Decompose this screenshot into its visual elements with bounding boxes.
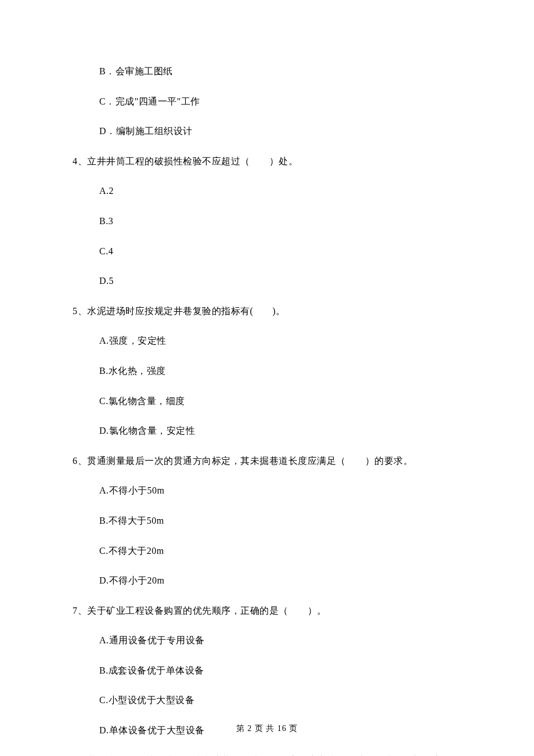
- q8-stem: 8、巷道竣工验收时，对于锚喷支护巷道，喷射混凝土厚度应达到设计的要求，局部厚度不…: [73, 753, 461, 756]
- q6-option-a: A.不得小于50m: [73, 483, 461, 498]
- q4-option-b: B.3: [73, 214, 461, 229]
- q3-option-d: D．编制施工组织设计: [73, 124, 461, 139]
- q5-option-d: D.氯化物含量，安定性: [73, 423, 461, 438]
- q7-option-b: B.成套设备优于单体设备: [73, 663, 461, 678]
- page-footer: 第 2 页 共 16 页: [0, 722, 534, 735]
- q5-option-a: A.强度，安定性: [73, 333, 461, 348]
- q4-option-a: A.2: [73, 183, 461, 199]
- q7-option-a: A.通用设备优于专用设备: [73, 633, 461, 648]
- q6-option-b: B.不得大于50m: [73, 513, 461, 528]
- q7-stem: 7、关于矿业工程设备购置的优先顺序，正确的是（ ）。: [73, 603, 461, 618]
- q5-option-b: B.水化热，强度: [73, 363, 461, 379]
- q6-option-c: C.不得大于20m: [73, 543, 461, 559]
- q6-option-d: D.不得小于20m: [73, 573, 461, 588]
- q3-option-b: B．会审施工图纸: [73, 64, 461, 79]
- q6-stem: 6、贯通测量最后一次的贯通方向标定，其未掘巷道长度应满足（ ）的要求。: [73, 453, 461, 469]
- q4-option-d: D.5: [73, 273, 461, 289]
- q7-option-c: C.小型设优于大型设备: [73, 693, 461, 708]
- q3-option-c: C．完成"四通一平"工作: [73, 94, 461, 109]
- q4-stem: 4、立井井筒工程的破损性检验不应超过（ ）处。: [73, 154, 461, 169]
- q4-option-c: C.4: [73, 244, 461, 259]
- q5-option-c: C.氯化物含量，细度: [73, 394, 461, 409]
- q5-stem: 5、水泥进场时应按规定井巷复验的指标有( )。: [73, 304, 461, 319]
